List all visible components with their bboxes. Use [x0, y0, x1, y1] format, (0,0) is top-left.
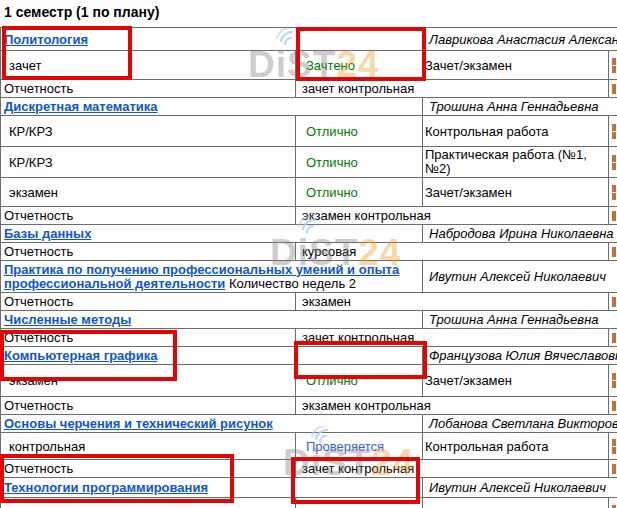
clipped-column-text — [609, 433, 617, 460]
report-value: экзамен контрольная — [296, 397, 609, 415]
report-value: зачет контрольная — [296, 80, 609, 98]
subject-cell: Дискретная математика — [1, 98, 423, 116]
subject-link[interactable]: Основы черчения и технический рисунок — [4, 416, 273, 431]
teacher-name: Ивутин Алексей Николаевич — [423, 478, 617, 498]
report-value: зачет контрольная — [296, 329, 609, 347]
report-value: курсовая — [296, 243, 609, 261]
work-type: Практическая работа (№1, №2) — [423, 147, 609, 178]
subject-link[interactable]: Технологии программирования — [4, 480, 208, 495]
teacher-name: Трошина Анна Геннадьевна — [423, 98, 617, 116]
teacher-name: Трошина Анна Геннадьевна — [423, 311, 617, 329]
control-form: экзамен — [1, 365, 296, 397]
subject-title-row: Практика по получению профессиональных у… — [1, 261, 617, 293]
subject-link[interactable]: Компьютерная графика — [4, 348, 157, 363]
report-row: Отчетность зачет контрольная — [1, 80, 617, 98]
subject-title-row: Основы черчения и технический рисунок Ло… — [1, 415, 617, 433]
semester-table: Политология Лаврикова Анастасия Александ… — [0, 27, 617, 508]
assessment-row: зачет Зачтено Зачет — [1, 498, 617, 508]
subject-cell: Политология — [1, 28, 423, 51]
subject-cell: Практика по получению профессиональных у… — [1, 261, 423, 293]
teacher-name: Лаврикова Анастасия Александровна — [423, 28, 617, 51]
assessment-row: экзамен Отлично Зачет/экзамен — [1, 365, 617, 397]
subject-cell: Компьютерная графика — [1, 347, 423, 365]
control-form: КР/КРЗ — [1, 116, 296, 147]
teacher-name: Лобанова Светлана Викторовна — [423, 415, 617, 433]
subject-cell: Базы данных — [1, 225, 423, 243]
report-row: Отчетность экзамен контрольная — [1, 397, 617, 415]
report-value: экзамен — [296, 293, 609, 311]
control-form: зачет — [1, 498, 296, 508]
clipped-column-text — [609, 178, 617, 207]
grade-value: Отлично — [296, 116, 423, 147]
grade-value: Проверяется — [296, 433, 423, 460]
report-row: Отчетность экзамен контрольная — [1, 207, 617, 225]
teacher-name: Набродова Ирина Николаевна — [423, 225, 617, 243]
report-row: Отчетность курсовая — [1, 243, 617, 261]
work-type: Зачет/экзамен — [423, 178, 609, 207]
control-form: экзамен — [1, 178, 296, 207]
assessment-row: зачет Зачтено Зачет/экзамен — [1, 51, 617, 80]
subject-link[interactable]: Политология — [4, 32, 88, 47]
subject-title-row: Численные методы Трошина Анна Геннадьевн… — [1, 311, 617, 329]
work-type: Контрольная работа — [423, 433, 609, 460]
report-value: зачет контрольная — [296, 460, 609, 478]
report-label: Отчетность — [1, 207, 296, 225]
subject-title-row: Технологии программирования Ивутин Алекс… — [1, 478, 617, 498]
semester-heading: 1 семестр (1 по плану) — [0, 0, 617, 27]
report-label: Отчетность — [1, 80, 296, 98]
assessment-row: контрольная Проверяется Контрольная рабо… — [1, 433, 617, 460]
subject-cell: Численные методы — [1, 311, 423, 329]
clipped-column-text — [609, 207, 617, 225]
report-row: Отчетность экзамен — [1, 293, 617, 311]
clipped-column-text — [609, 147, 617, 178]
control-form: КР/КРЗ — [1, 147, 296, 178]
report-row: Отчетность зачет контрольная — [1, 329, 617, 347]
subject-cell: Основы черчения и технический рисунок — [1, 415, 423, 433]
report-row: Отчетность зачет контрольная — [1, 460, 617, 478]
subject-link[interactable]: Численные методы — [4, 312, 131, 327]
teacher-name: Ивутин Алексей Николаевич — [423, 261, 617, 293]
work-type: Зачет/экзамен — [423, 51, 609, 80]
report-label: Отчетность — [1, 293, 296, 311]
subject-title-row: Дискретная математика Трошина Анна Генна… — [1, 98, 617, 116]
clipped-column-text — [609, 80, 617, 98]
report-label: Отчетность — [1, 460, 296, 478]
work-type: Контрольная работа — [423, 116, 609, 147]
assessment-row: экзамен Отлично Зачет/экзамен — [1, 178, 617, 207]
clipped-column-text — [609, 293, 617, 311]
subject-title-row: Базы данных Набродова Ирина Николаевна — [1, 225, 617, 243]
clipped-column-text — [609, 116, 617, 147]
clipped-column-text — [609, 51, 617, 80]
clipped-column-text — [609, 365, 617, 397]
assessment-row: КР/КРЗ Отлично Контрольная работа — [1, 116, 617, 147]
subject-note: Количество недель 2 — [229, 276, 356, 291]
control-form: контрольная — [1, 433, 296, 460]
report-label: Отчетность — [1, 243, 296, 261]
report-label: Отчетность — [1, 397, 296, 415]
clipped-column-text — [609, 460, 617, 478]
clipped-column-text — [609, 243, 617, 261]
subject-link[interactable]: Дискретная математика — [4, 99, 158, 114]
grade-value: Отлично — [296, 147, 423, 178]
assessment-row: КР/КРЗ Отлично Практическая работа (№1, … — [1, 147, 617, 178]
grade-value: Зачтено — [296, 51, 423, 80]
report-value: экзамен контрольная — [296, 207, 609, 225]
clipped-column-text — [609, 397, 617, 415]
grade-value: Отлично — [296, 178, 423, 207]
grade-value: Отлично — [296, 365, 423, 397]
control-form: зачет — [1, 51, 296, 80]
work-type: Зачет/экзамен — [423, 365, 609, 397]
subject-link[interactable]: Базы данных — [4, 226, 91, 241]
teacher-name: Французова Юлия Вячеславовна — [423, 347, 617, 365]
clipped-column-text — [609, 329, 617, 347]
subject-cell: Технологии программирования — [1, 478, 423, 498]
report-label: Отчетность — [1, 329, 296, 347]
subject-title-row: Политология Лаврикова Анастасия Александ… — [1, 28, 617, 51]
subject-title-row: Компьютерная графика Французова Юлия Вяч… — [1, 347, 617, 365]
work-type: Зачет — [423, 498, 609, 508]
grade-value: Зачтено — [296, 498, 423, 508]
clipped-column-text — [609, 498, 617, 508]
